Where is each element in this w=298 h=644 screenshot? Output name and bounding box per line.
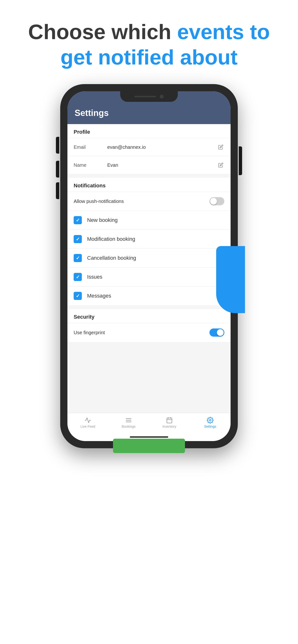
- name-value: Evan: [107, 162, 217, 168]
- name-label: Name: [74, 162, 107, 168]
- vol-up-button: [56, 161, 59, 178]
- modification-booking-row: ✓ Modification booking: [67, 230, 231, 248]
- push-notifications-label: Allow push-notifications: [74, 198, 209, 204]
- issues-label: Issues: [87, 274, 102, 280]
- fingerprint-row: Use fingerprint: [67, 323, 231, 342]
- name-edit-icon[interactable]: [217, 162, 224, 169]
- email-edit-icon[interactable]: [217, 144, 224, 151]
- toggle-thumb: [210, 198, 217, 204]
- blue-accent-shape: [216, 246, 245, 313]
- messages-checkbox[interactable]: ✓: [74, 292, 82, 300]
- settings-title: Settings: [75, 108, 109, 118]
- modification-booking-checkbox[interactable]: ✓: [74, 235, 82, 243]
- fingerprint-label: Use fingerprint: [74, 330, 209, 336]
- nav-settings[interactable]: Settings: [190, 416, 231, 430]
- page-intro: Choose which events to get notified abou…: [0, 0, 298, 79]
- settings-icon: [207, 417, 214, 424]
- profile-section: Profile Email evan@channex.io: [67, 124, 231, 174]
- vol-down-button: [56, 182, 59, 199]
- issues-checkbox[interactable]: ✓: [74, 273, 82, 281]
- fingerprint-toggle[interactable]: [209, 328, 224, 336]
- issues-row: ✓ Issues: [67, 268, 231, 286]
- svg-rect-3: [167, 418, 172, 423]
- security-section: Security Use fingerprint: [67, 309, 231, 342]
- page-title-text1: Choose which: [28, 20, 177, 44]
- profile-section-title: Profile: [74, 129, 90, 135]
- nav-bookings-label: Bookings: [122, 424, 135, 428]
- cancellation-booking-checkbox[interactable]: ✓: [74, 254, 82, 262]
- phone-mockup: Settings Profile Email evan@channex.io: [60, 84, 238, 448]
- email-value: evan@channex.io: [107, 144, 217, 150]
- push-notifications-toggle[interactable]: [209, 197, 224, 205]
- notifications-section: Notifications Allow push-notifications ✓: [67, 178, 231, 305]
- bookings-icon: [125, 417, 132, 424]
- new-booking-checkbox[interactable]: ✓: [74, 216, 82, 224]
- nav-live-feed[interactable]: Live Feed: [67, 416, 108, 430]
- messages-row: ✓ Messages: [67, 286, 231, 305]
- bottom-navigation: Live Feed Bookings Inventory: [67, 413, 231, 434]
- home-bar: [130, 436, 168, 438]
- fingerprint-toggle-thumb: [217, 329, 224, 336]
- phone-shell: Settings Profile Email evan@channex.io: [60, 84, 238, 448]
- notifications-section-title: Notifications: [74, 182, 106, 188]
- phone-notch: [120, 91, 178, 102]
- green-accent-shape: [113, 439, 185, 453]
- profile-section-header: Profile: [67, 124, 231, 138]
- phone-screen: Settings Profile Email evan@channex.io: [67, 91, 231, 441]
- nav-settings-label: Settings: [204, 424, 216, 428]
- page-title: Choose which events to get notified abou…: [19, 19, 279, 70]
- modification-booking-label: Modification booking: [87, 236, 135, 242]
- nav-live-feed-label: Live Feed: [80, 424, 95, 428]
- cancellation-booking-label: Cancellation booking: [87, 255, 136, 261]
- email-row: Email evan@channex.io: [67, 138, 231, 156]
- security-section-title: Security: [74, 314, 95, 320]
- notifications-section-header: Notifications: [67, 178, 231, 192]
- new-booking-label: New booking: [87, 217, 117, 223]
- app-content[interactable]: Profile Email evan@channex.io: [67, 124, 231, 413]
- cancellation-booking-row: ✓ Cancellation booking: [67, 248, 231, 268]
- messages-label: Messages: [87, 293, 111, 299]
- inventory-icon: [166, 417, 173, 424]
- live-feed-icon: [84, 417, 91, 424]
- new-booking-row: ✓ New booking: [67, 210, 231, 230]
- security-section-header: Security: [67, 309, 231, 323]
- notch-bar: [134, 96, 156, 97]
- nav-inventory-label: Inventory: [163, 424, 176, 428]
- nav-inventory[interactable]: Inventory: [149, 416, 190, 430]
- svg-point-7: [209, 419, 211, 421]
- nav-bookings[interactable]: Bookings: [108, 416, 149, 430]
- name-row: Name Evan: [67, 156, 231, 174]
- notch-camera: [160, 95, 164, 98]
- push-notifications-row: Allow push-notifications: [67, 192, 231, 210]
- email-label: Email: [74, 144, 107, 150]
